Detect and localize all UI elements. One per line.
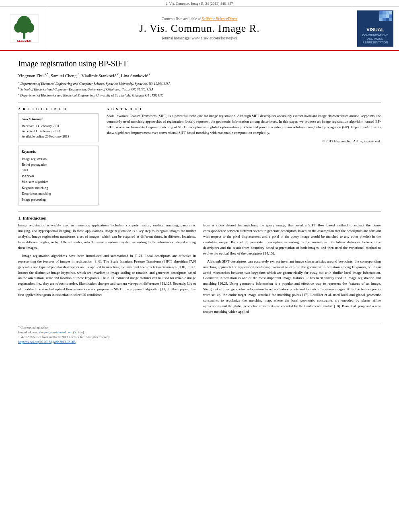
svg-text:AND IMAGE: AND IMAGE xyxy=(367,37,383,40)
keyword-5: Min-sum algorithm xyxy=(22,179,95,185)
intro-body-cols: Image registration is widely used in num… xyxy=(18,223,381,317)
intro-col-right: from a video dataset for matching the qu… xyxy=(203,223,381,317)
sciencedirect-link[interactable]: SciVerse ScienceDirect xyxy=(202,17,237,21)
visual-logo-area: VISUAL COMMUNICATIONS AND IMAGE REPRESEN… xyxy=(351,7,399,50)
journal-citation: J. Vis. Commun. Image R. 24 (2013) 448–4… xyxy=(166,2,233,6)
author-email[interactable]: zhuyingxuan@gmail.com xyxy=(39,331,72,334)
keyword-4: RANSAC xyxy=(22,173,95,179)
received-date: Received 13 February 2011 xyxy=(22,123,95,129)
svg-rect-10 xyxy=(389,11,392,14)
article-info-column: A R T I C L E I N F O Article history: R… xyxy=(18,107,99,205)
intro-para-2: Image registration algorithms have been … xyxy=(18,253,196,298)
svg-text:ELSEVIER: ELSEVIER xyxy=(17,39,31,42)
authors-line: Yingxuan Zhu a,*, Samuel Cheng b, Vladim… xyxy=(18,72,381,78)
email-note: E-mail address: zhuyingxuan@gmail.com (Y… xyxy=(18,331,381,334)
article-history-box: Article history: Received 13 February 20… xyxy=(18,113,99,142)
svg-point-3 xyxy=(14,23,22,33)
journal-title: J. Vis. Commun. Image R. xyxy=(139,23,259,35)
keyword-3: SIFT xyxy=(22,167,95,173)
svg-rect-15 xyxy=(379,18,383,21)
history-title: Article history: xyxy=(22,117,95,122)
abstract-column: A B S T R A C T Scale Invariant Feature … xyxy=(107,107,381,205)
svg-rect-16 xyxy=(383,18,386,21)
intro-para-3: from a video dataset for matching the qu… xyxy=(203,223,381,257)
svg-text:COMMUNICATIONS: COMMUNICATIONS xyxy=(362,34,388,37)
keyword-6: Keypoint matching xyxy=(22,185,95,191)
available-date: Available online 20 February 2013 xyxy=(22,134,95,139)
keywords-title: Keywords: xyxy=(22,149,95,154)
svg-rect-11 xyxy=(379,14,383,18)
journal-center-info: Contents lists available at SciVerse Sci… xyxy=(48,7,351,50)
doi-line: http://dx.doi.org/10.1016/j.jvcir.2013.0… xyxy=(18,340,381,344)
accepted-date: Accepted 11 February 2013 xyxy=(22,129,95,134)
intro-heading: 1. Introduction xyxy=(18,216,381,220)
svg-rect-8 xyxy=(383,11,386,14)
abstract-label: A B S T R A C T xyxy=(107,107,381,111)
intro-para-1: Image registration is widely used in num… xyxy=(18,223,196,251)
intro-para-4: Although SIFT descriptors can accurately… xyxy=(203,259,381,315)
svg-rect-17 xyxy=(386,18,389,21)
introduction-section: 1. Introduction Image registration is wi… xyxy=(18,216,381,317)
main-content: Image registration using BP-SIFT Yingxua… xyxy=(0,51,399,353)
affiliations: a Department of Electrical Engineering a… xyxy=(18,80,381,98)
issn-line: 1047-3203/$ - see front matter © 2013 El… xyxy=(18,335,381,339)
affiliation-c: Department of Electronics and Electrical… xyxy=(20,93,163,97)
abstract-text: Scale Invariant Feature Transform (SIFT)… xyxy=(107,113,381,136)
svg-rect-9 xyxy=(386,11,389,14)
svg-rect-13 xyxy=(386,14,389,18)
info-abstract-section: A R T I C L E I N F O Article history: R… xyxy=(18,107,381,205)
journal-homepage: journal homepage: www.elsevier.com/locat… xyxy=(162,36,237,40)
svg-text:VISUAL: VISUAL xyxy=(366,27,384,33)
elsevier-logo-area: ELSEVIER xyxy=(0,7,48,50)
journal-header: ELSEVIER Contents lists available at Sci… xyxy=(0,7,399,51)
svg-rect-12 xyxy=(383,14,386,18)
sciencedirect-bar: Contents lists available at SciVerse Sci… xyxy=(162,17,238,21)
doi-link[interactable]: http://dx.doi.org/10.1016/j.jvcir.2013.0… xyxy=(18,340,76,344)
keywords-box: Keywords: Image registration Belief prop… xyxy=(18,146,99,205)
article-info-label: A R T I C L E I N F O xyxy=(18,107,99,111)
corresponding-author-note: * Corresponding author. xyxy=(18,326,381,329)
keyword-7: Descriptors matching xyxy=(22,191,95,196)
intro-col-left: Image registration is widely used in num… xyxy=(18,223,196,317)
affiliation-a: Department of Electrical Engineering and… xyxy=(21,81,171,85)
copyright-line: © 2013 Elsevier Inc. All rights reserved… xyxy=(107,139,381,143)
keyword-1: Image registration xyxy=(22,156,95,162)
svg-rect-14 xyxy=(389,14,392,18)
keyword-8: Image processing xyxy=(22,197,95,202)
article-title: Image registration using BP-SIFT xyxy=(18,59,381,68)
divider-1 xyxy=(18,103,381,103)
affiliation-b: School of Electrical and Computer Engine… xyxy=(21,87,154,91)
elsevier-logo-icon: ELSEVIER xyxy=(8,12,40,45)
svg-point-4 xyxy=(26,23,34,33)
footer: * Corresponding author. E-mail address: … xyxy=(18,323,381,344)
svg-rect-18 xyxy=(389,18,392,21)
divider-2 xyxy=(18,211,381,212)
svg-rect-7 xyxy=(379,11,383,14)
svg-text:REPRESENTATION: REPRESENTATION xyxy=(362,41,388,44)
journal-citation-bar: J. Vis. Commun. Image R. 24 (2013) 448–4… xyxy=(0,0,399,7)
visual-journal-icon: VISUAL COMMUNICATIONS AND IMAGE REPRESEN… xyxy=(357,10,393,47)
keyword-2: Belief propagation xyxy=(22,162,95,167)
